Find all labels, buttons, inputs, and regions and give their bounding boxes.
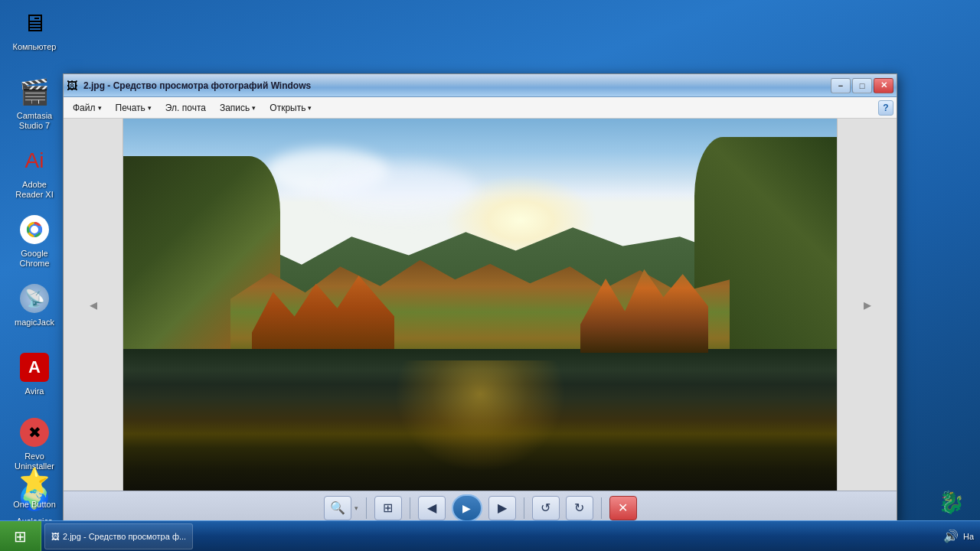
window-icon: 🖼 <box>67 80 79 92</box>
onebutton-icon: ⭐ <box>18 465 51 497</box>
landscape-photo <box>123 119 837 491</box>
rotate-left-icon: ↺ <box>541 500 550 515</box>
next-arrow[interactable]: ▸ <box>858 289 877 320</box>
menu-open-label: Открыть <box>270 103 305 113</box>
nav-left: ◂ <box>64 119 123 491</box>
menu-record-arrow: ▾ <box>252 104 256 112</box>
svg-point-3 <box>31 226 38 233</box>
avira-label: Avira <box>25 386 44 396</box>
rotate-right-icon: ↻ <box>574 500 584 515</box>
tray-dragon-icon: 🐉 <box>938 490 961 517</box>
start-icon: ⊞ <box>14 527 27 546</box>
slideshow-button[interactable]: ▶ <box>452 494 482 522</box>
taskbar: ⊞ 🖼 2.jpg - Средство просмотра ф... 🔊 На <box>0 520 980 551</box>
onebutton-label: One Button <box>13 500 56 510</box>
chrome-icon <box>18 214 51 246</box>
tray-icons: 🔊 <box>943 529 959 543</box>
toolbar-sep4 <box>601 497 602 519</box>
play-icon: ▶ <box>462 502 471 514</box>
desktop-icon-computer[interactable]: 🖥 Компьютер <box>4 4 65 55</box>
toolbar-sep3 <box>524 497 524 519</box>
rotate-right-button[interactable]: ↻ <box>566 496 593 520</box>
zoom-dropdown-arrow[interactable]: ▾ <box>354 504 358 512</box>
next-button[interactable]: ▶ <box>488 496 516 520</box>
menu-record-label: Запись <box>220 103 250 113</box>
menu-open[interactable]: Открыть ▾ <box>263 100 318 116</box>
close-button[interactable]: ✕ <box>874 78 893 93</box>
minimize-button[interactable]: − <box>831 78 851 93</box>
menu-open-arrow: ▾ <box>308 104 312 112</box>
avira-icon: A <box>18 351 51 383</box>
desktop-icon-onebutton[interactable]: ⭐ One Button <box>4 461 65 513</box>
menu-file[interactable]: Файл ▾ <box>67 100 108 116</box>
menu-print-label: Печать <box>116 103 145 113</box>
prev-icon: ◀ <box>427 500 436 515</box>
help-button[interactable]: ? <box>878 100 893 116</box>
window-title: 2.jpg - Средство просмотра фотографий Wi… <box>83 80 831 91</box>
adobe-label: AdobeReader XI <box>15 180 54 200</box>
magicjack-label: magicJack <box>15 318 54 328</box>
menu-record[interactable]: Запись ▾ <box>214 100 262 116</box>
bottom-toolbar: 🔍 ▾ ⊞ ◀ ▶ ▶ ↺ ↻ ✕ <box>64 491 897 524</box>
tray-text: На <box>963 532 974 541</box>
prev-button[interactable]: ◀ <box>418 496 446 520</box>
menu-file-arrow: ▾ <box>98 104 102 112</box>
magicjack-icon: 📡 <box>18 282 51 315</box>
camtasia-icon: 🎬 <box>18 76 51 108</box>
taskbar-tray: 🔊 На <box>937 529 980 543</box>
photo-viewer-window: 🖼 2.jpg - Средство просмотра фотографий … <box>63 73 897 525</box>
menu-bar: Файл ▾ Печать ▾ Эл. почта Запись ▾ Откры… <box>64 97 897 119</box>
camtasia-label: CamtasiaStudio 7 <box>17 111 52 131</box>
photo-water-reflection <box>394 360 566 472</box>
desktop-icon-adobe[interactable]: Ai AdobeReader XI <box>4 142 65 203</box>
menu-print[interactable]: Печать ▾ <box>109 100 158 116</box>
computer-label: Компьютер <box>13 42 57 52</box>
desktop-icon-chrome[interactable]: Google Chrome <box>4 210 65 272</box>
revo-icon: ✖ <box>18 416 51 448</box>
adobe-icon: Ai <box>18 145 51 177</box>
fit-button[interactable]: ⊞ <box>374 496 402 520</box>
title-bar-buttons: − □ ✕ <box>831 78 893 93</box>
taskbar-items: 🖼 2.jpg - Средство просмотра ф... <box>41 521 937 551</box>
taskbar-item-label: 2.jpg - Средство просмотра ф... <box>63 532 186 541</box>
delete-icon: ✕ <box>618 500 628 515</box>
taskbar-item-icon: 🖼 <box>51 532 60 541</box>
menu-email-label: Эл. почта <box>165 103 206 113</box>
desktop-icon-magicjack[interactable]: 📡 magicJack <box>4 279 65 331</box>
computer-icon: 🖥 <box>18 7 51 39</box>
desktop: 🖥 Компьютер 🎬 CamtasiaStudio 7 Ai AdobeR… <box>0 0 57 520</box>
prev-arrow[interactable]: ◂ <box>84 289 103 320</box>
delete-button[interactable]: ✕ <box>609 496 637 520</box>
zoom-button[interactable]: 🔍 <box>324 496 351 520</box>
start-button[interactable]: ⊞ <box>0 521 41 552</box>
menu-email[interactable]: Эл. почта <box>159 100 212 116</box>
menu-file-label: Файл <box>73 103 96 113</box>
title-bar: 🖼 2.jpg - Средство просмотра фотографий … <box>64 74 897 97</box>
photo-display <box>123 119 837 491</box>
toolbar-sep1 <box>366 497 367 519</box>
taskbar-photo-viewer[interactable]: 🖼 2.jpg - Средство просмотра ф... <box>44 523 193 549</box>
photo-cloud2 <box>323 163 476 217</box>
chrome-label: Google Chrome <box>7 249 62 269</box>
next-icon: ▶ <box>498 500 507 515</box>
menu-print-arrow: ▾ <box>148 104 152 112</box>
desktop-icon-avira[interactable]: A Avira <box>4 348 65 399</box>
maximize-button[interactable]: □ <box>852 78 872 93</box>
content-area: ◂ <box>64 119 897 491</box>
zoom-icon: 🔍 <box>330 500 345 515</box>
toolbar-sep2 <box>410 497 410 519</box>
desktop-icon-camtasia[interactable]: 🎬 CamtasiaStudio 7 <box>4 73 65 134</box>
rotate-left-button[interactable]: ↺ <box>532 496 560 520</box>
fit-icon: ⊞ <box>383 500 393 515</box>
nav-right: ▸ <box>837 119 897 491</box>
